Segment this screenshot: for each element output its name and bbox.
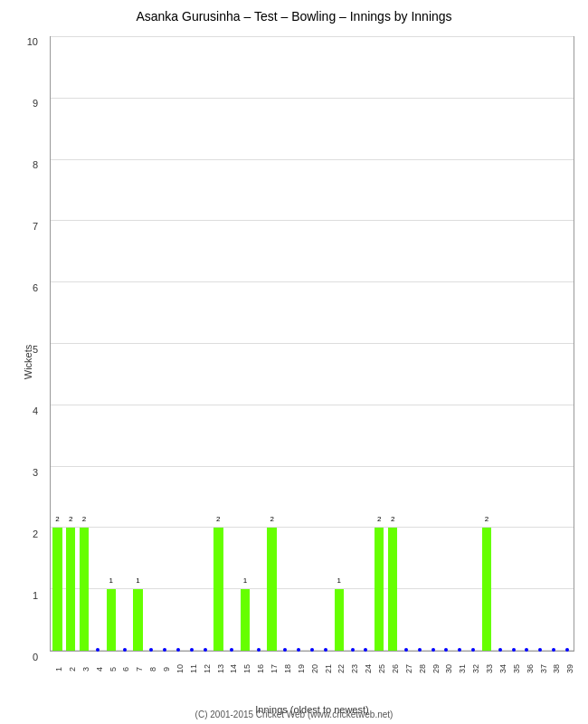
x-axis-label: 24 xyxy=(359,655,373,682)
bar: 2 xyxy=(388,528,397,651)
bar-group: 1 xyxy=(239,37,252,651)
bar-group xyxy=(547,37,561,651)
bar-group xyxy=(520,37,534,651)
bar-group xyxy=(279,37,292,651)
x-axis-label: 7 xyxy=(130,655,144,682)
y-axis-label: 3 xyxy=(33,467,38,478)
x-axis-label: 25 xyxy=(373,655,386,682)
x-axis-label: 12 xyxy=(198,655,212,682)
bar-group xyxy=(507,37,520,651)
bar-group xyxy=(306,37,319,651)
bar-value-label: 2 xyxy=(69,515,72,523)
x-axis-label: 19 xyxy=(292,655,306,682)
x-axis-label: 17 xyxy=(265,655,279,682)
bar-group: 2 xyxy=(212,37,225,651)
bar-group xyxy=(440,37,453,651)
bar-value-label: 2 xyxy=(55,515,59,523)
x-axis-label: 9 xyxy=(157,655,171,682)
bar-group xyxy=(198,37,212,651)
bar-group xyxy=(400,37,413,651)
x-axis-label: 15 xyxy=(238,655,251,682)
x-axis-label: 32 xyxy=(467,655,480,682)
x-axis-label: 10 xyxy=(171,655,185,682)
bar-value-label: 2 xyxy=(82,515,86,523)
x-axis-label: 18 xyxy=(279,655,292,682)
x-axis-label: 30 xyxy=(440,655,453,682)
x-axis-label: 11 xyxy=(185,655,198,682)
y-axis-label: 2 xyxy=(33,529,38,539)
bar-group xyxy=(426,37,440,651)
bar: 2 xyxy=(52,528,62,651)
bar-group xyxy=(185,37,198,651)
bar-group: 1 xyxy=(131,37,145,651)
y-axis-label: 4 xyxy=(33,405,38,416)
bar: 1 xyxy=(241,589,250,651)
bar: 2 xyxy=(213,528,223,651)
chart-area: 222112121222 xyxy=(50,36,574,652)
x-axis-label: 29 xyxy=(427,655,441,682)
bar-group xyxy=(534,37,547,651)
bar-group: 2 xyxy=(78,37,91,651)
y-axis-label: 10 xyxy=(27,36,38,47)
chart-container: Asanka Gurusinha – Test – Bowling – Inni… xyxy=(0,0,588,724)
x-axis-label: 26 xyxy=(386,655,400,682)
bar-group xyxy=(158,37,172,651)
x-axis-label: 16 xyxy=(251,655,265,682)
bar: 1 xyxy=(133,589,142,651)
bar-group xyxy=(453,37,467,651)
chart-title: Asanka Gurusinha – Test – Bowling – Inni… xyxy=(0,0,588,28)
x-axis-label: 28 xyxy=(413,655,427,682)
bar: 2 xyxy=(482,528,491,651)
bar-group xyxy=(413,37,426,651)
bar-value-label: 1 xyxy=(337,576,341,585)
bar-value-label: 1 xyxy=(109,576,112,585)
x-axis-label: 39 xyxy=(561,655,574,682)
bar: 1 xyxy=(335,589,344,651)
y-axis-label: 9 xyxy=(33,98,38,109)
x-axis-label: 33 xyxy=(480,655,494,682)
bar-group: 2 xyxy=(265,37,279,651)
bar-value-label: 2 xyxy=(485,515,488,523)
x-axis-label: 3 xyxy=(77,655,90,682)
x-axis-label: 23 xyxy=(346,655,359,682)
bar: 1 xyxy=(107,589,116,651)
bar-group xyxy=(90,37,104,651)
bar-group xyxy=(467,37,480,651)
y-axis-label: 1 xyxy=(33,590,38,601)
bar-group: 1 xyxy=(104,37,118,651)
bar-group xyxy=(346,37,359,651)
bar-group: 1 xyxy=(332,37,346,651)
bar-value-label: 2 xyxy=(391,515,394,523)
x-axis-label: 2 xyxy=(63,655,77,682)
x-axis-label: 34 xyxy=(494,655,507,682)
x-axis-label: 21 xyxy=(319,655,333,682)
bar-value-label: 1 xyxy=(136,576,139,585)
x-axis-label: 20 xyxy=(306,655,319,682)
bar-value-label: 2 xyxy=(270,515,273,523)
bar-group xyxy=(319,37,333,651)
x-axis-label: 31 xyxy=(453,655,467,682)
bar-group: 2 xyxy=(51,37,64,651)
x-axis-label: 8 xyxy=(144,655,157,682)
y-axis-label: 5 xyxy=(33,344,38,355)
x-axis-label: 22 xyxy=(332,655,346,682)
x-axis-label: 4 xyxy=(90,655,104,682)
bar: 2 xyxy=(80,528,89,651)
bar: 2 xyxy=(267,528,276,651)
bars-container: 222112121222 xyxy=(51,37,574,651)
x-axis-label: 37 xyxy=(535,655,548,682)
x-axis-labels: 1234567891011121314151617181920212223242… xyxy=(50,652,574,688)
bar-group: 2 xyxy=(373,37,386,651)
x-axis-label: 35 xyxy=(507,655,521,682)
bar-value-label: 2 xyxy=(216,515,220,523)
bar-group xyxy=(171,37,185,651)
y-axis-label: 7 xyxy=(33,221,38,232)
x-axis-label: 36 xyxy=(521,655,535,682)
x-axis-label: 27 xyxy=(400,655,413,682)
footer: (C) 2001-2015 Cricket Web (www.cricketwe… xyxy=(0,710,588,719)
x-axis-label: 6 xyxy=(117,655,130,682)
bar-group xyxy=(359,37,373,651)
bar-group: 2 xyxy=(480,37,494,651)
bar-group xyxy=(118,37,131,651)
bar-group: 2 xyxy=(386,37,400,651)
